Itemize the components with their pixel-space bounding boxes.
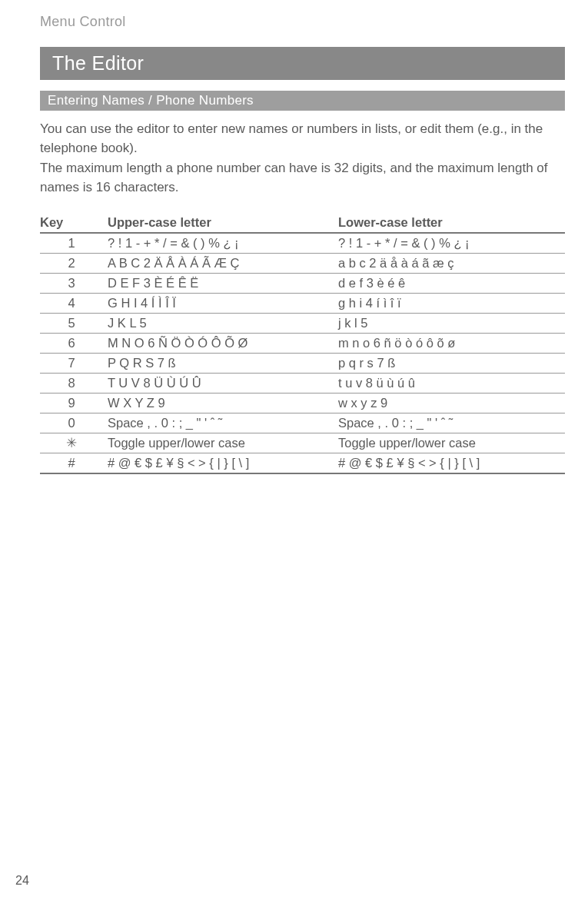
section-subtitle: Entering Names / Phone Numbers	[40, 91, 565, 111]
cell-lower: ? ! 1 - + * / = & ( ) % ¿ ¡	[334, 233, 565, 254]
table-row: 0Space , . 0 : ; _ " ' ˆ ˜Space , . 0 : …	[40, 413, 565, 433]
cell-key: 9	[40, 393, 103, 413]
cell-lower: Toggle upper/lower case	[334, 433, 565, 453]
cell-lower: m n o 6 ñ ö ò ó ô õ ø	[334, 333, 565, 353]
cell-key: 3	[40, 273, 103, 293]
table-row: 2A B C 2 Ä Å À Á Ã Æ Ça b c 2 ä å à á ã …	[40, 253, 565, 273]
cell-lower: p q r s 7 ß	[334, 353, 565, 373]
cell-upper: T U V 8 Ü Ù Ú Û	[103, 373, 334, 393]
cell-key: 6	[40, 333, 103, 353]
table-row: 8T U V 8 Ü Ù Ú Ût u v 8 ü ù ú û	[40, 373, 565, 393]
cell-lower: j k l 5	[334, 313, 565, 333]
cell-lower: Space , . 0 : ; _ " ' ˆ ˜	[334, 413, 565, 433]
cell-key: 5	[40, 313, 103, 333]
table-row: 6M N O 6 Ñ Ö Ò Ó Ô Õ Øm n o 6 ñ ö ò ó ô …	[40, 333, 565, 353]
cell-key: 2	[40, 253, 103, 273]
table-row: 5J K L 5j k l 5	[40, 313, 565, 333]
cell-upper: ? ! 1 - + * / = & ( ) % ¿ ¡	[103, 233, 334, 254]
cell-lower: g h i 4 í ì î ï	[334, 293, 565, 313]
table-header-row: Key Upper-case letter Lower-case letter	[40, 213, 565, 233]
col-header-key: Key	[40, 213, 103, 233]
table-row: 3D E F 3 È É Ê Ëd e f 3 è é ê	[40, 273, 565, 293]
cell-key: #	[40, 453, 103, 473]
key-table-wrap: Key Upper-case letter Lower-case letter …	[40, 213, 565, 474]
cell-upper: Toggle upper/lower case	[103, 433, 334, 453]
cell-lower: t u v 8 ü ù ú û	[334, 373, 565, 393]
cell-key: 8	[40, 373, 103, 393]
key-table: Key Upper-case letter Lower-case letter …	[40, 213, 565, 474]
cell-lower: # @ € $ £ ¥ § < > { | } [ \ ]	[334, 453, 565, 473]
cell-upper: D E F 3 È É Ê Ë	[103, 273, 334, 293]
table-row: 4G H I 4 Í Ì Î Ïg h i 4 í ì î ï	[40, 293, 565, 313]
cell-key: 1	[40, 233, 103, 254]
cell-upper: P Q R S 7 ß	[103, 353, 334, 373]
body-content: You can use the editor to enter new name…	[40, 120, 565, 474]
cell-upper: G H I 4 Í Ì Î Ï	[103, 293, 334, 313]
cell-lower: w x y z 9	[334, 393, 565, 413]
table-row: 7P Q R S 7 ßp q r s 7 ß	[40, 353, 565, 373]
paragraph-intro-1: You can use the editor to enter new name…	[40, 120, 565, 158]
cell-lower: a b c 2 ä å à á ã æ ç	[334, 253, 565, 273]
cell-upper: # @ € $ £ ¥ § < > { | } [ \ ]	[103, 453, 334, 473]
cell-lower: d e f 3 è é ê	[334, 273, 565, 293]
cell-key: ✳	[40, 433, 103, 453]
section-title: The Editor	[40, 47, 565, 80]
paragraph-intro-2: The maximum length a phone number can ha…	[40, 159, 565, 197]
cell-upper: M N O 6 Ñ Ö Ò Ó Ô Õ Ø	[103, 333, 334, 353]
table-row: 9W X Y Z 9w x y z 9	[40, 393, 565, 413]
table-row: ## @ € $ £ ¥ § < > { | } [ \ ]# @ € $ £ …	[40, 453, 565, 473]
page-number: 24	[15, 874, 29, 888]
table-row: 1? ! 1 - + * / = & ( ) % ¿ ¡? ! 1 - + * …	[40, 233, 565, 254]
col-header-upper: Upper-case letter	[103, 213, 334, 233]
table-row: ✳Toggle upper/lower caseToggle upper/low…	[40, 433, 565, 453]
cell-key: 0	[40, 413, 103, 433]
cell-upper: A B C 2 Ä Å À Á Ã Æ Ç	[103, 253, 334, 273]
cell-upper: W X Y Z 9	[103, 393, 334, 413]
cell-key: 7	[40, 353, 103, 373]
cell-upper: Space , . 0 : ; _ " ' ˆ ˜	[103, 413, 334, 433]
breadcrumb: Menu Control	[40, 14, 565, 30]
cell-key: 4	[40, 293, 103, 313]
col-header-lower: Lower-case letter	[334, 213, 565, 233]
cell-upper: J K L 5	[103, 313, 334, 333]
